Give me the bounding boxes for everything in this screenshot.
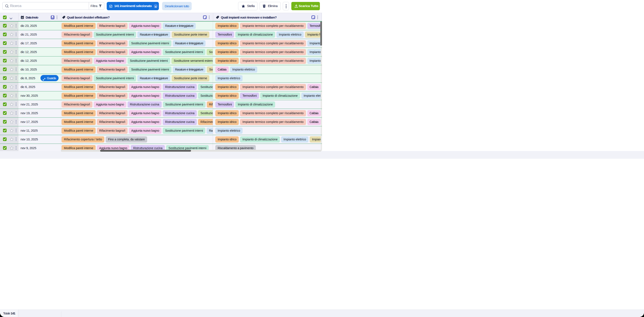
svg-text:10: 10 xyxy=(21,17,23,19)
